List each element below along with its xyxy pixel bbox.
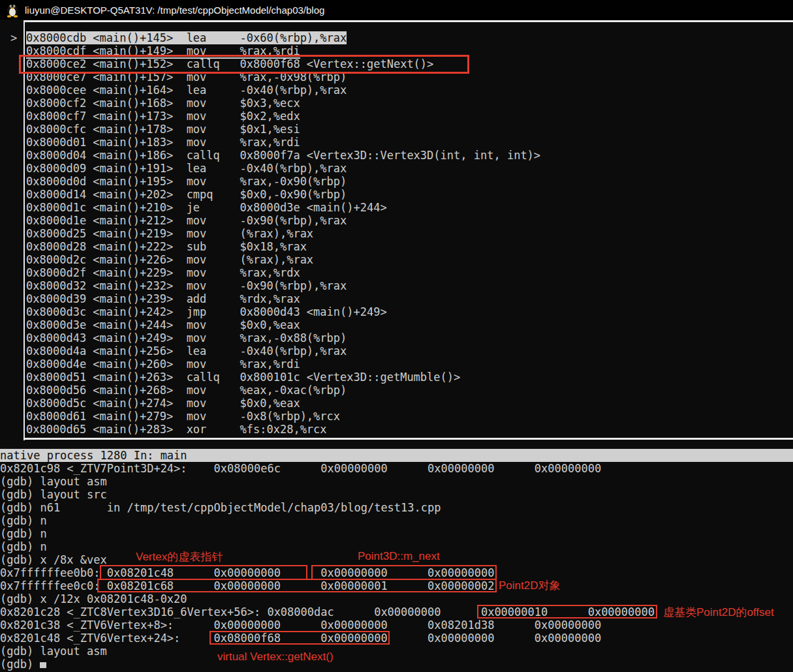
console-line: (gdb) layout src bbox=[0, 488, 694, 501]
asm-line: 0x8000d56 <main()+268> mov %eax,-0xac(%r… bbox=[26, 384, 540, 397]
asm-panel[interactable]: 0x8000cdb <main()+145> lea -0x60(%rbp),%… bbox=[26, 31, 540, 436]
asm-line: 0x8000d51 <main()+263> callq 0x800101c <… bbox=[26, 371, 540, 384]
highlight-box bbox=[19, 55, 469, 74]
highlight-box bbox=[100, 565, 307, 580]
asm-line: 0x8000d1e <main()+212> mov -0x90(%rbp),%… bbox=[26, 214, 540, 227]
asm-line: 0x8000d28 <main()+222> sub $0x18,%rax bbox=[26, 240, 540, 253]
console-line: (gdb) x /8x &vex bbox=[0, 553, 694, 566]
highlight-box bbox=[210, 631, 390, 645]
asm-line: 0x8000d25 <main()+219> mov (%rax),%rax bbox=[26, 227, 540, 240]
asm-line: 0x8000d3c <main()+242> jmp 0x8000d43 <ma… bbox=[26, 305, 540, 318]
annotation-label: Vertex的虚表指针 bbox=[136, 551, 223, 563]
annotation-label: virtual Vertex::getNext() bbox=[217, 650, 334, 663]
asm-line: 0x8000d4e <main()+260> mov %rax,%rdi bbox=[26, 358, 540, 371]
console-line: (gdb) bbox=[0, 658, 694, 671]
console-line: (gdb) layout asm bbox=[0, 475, 694, 488]
asm-line: 0x8000cdb <main()+145> lea -0x60(%rbp),%… bbox=[26, 31, 540, 44]
asm-line: 0x8000cf2 <main()+168> mov $0x3,%ecx bbox=[26, 97, 540, 110]
asm-line: 0x8000d4a <main()+256> lea -0x40(%rbp),%… bbox=[26, 344, 540, 358]
window-title: liuyun@DESKTOP-Q5AT31V: /tmp/test/cppObj… bbox=[25, 5, 324, 16]
asm-line: 0x8000d43 <main()+249> mov %rax,-0x88(%r… bbox=[26, 331, 540, 344]
asm-line: 0x8000d0d <main()+195> mov %rax,-0x90(%r… bbox=[26, 175, 540, 188]
console-line: 0x8201c98 <_ZTV7Point3D+24>: 0x08000e6c … bbox=[0, 462, 694, 475]
asm-line: 0x8000d2f <main()+229> mov %rax,%rdx bbox=[26, 266, 540, 279]
asm-panel-border-left bbox=[23, 20, 25, 440]
highlight-box bbox=[97, 579, 497, 592]
status-bar: native process 1280 In: main bbox=[0, 449, 793, 462]
asm-line: 0x8000d09 <main()+191> lea -0x40(%rbp),%… bbox=[26, 162, 540, 175]
text-cursor[interactable] bbox=[40, 662, 46, 668]
asm-line: 0x8000cfc <main()+178> mov $0x1,%esi bbox=[26, 123, 540, 136]
highlight-box bbox=[311, 565, 497, 580]
tux-linux-icon bbox=[6, 2, 19, 18]
titlebar: liuyun@DESKTOP-Q5AT31V: /tmp/test/cppObj… bbox=[0, 0, 793, 20]
console-line: (gdb) n bbox=[0, 527, 694, 540]
asm-line: 0x8000d5c <main()+274> mov $0x0,%eax bbox=[26, 397, 540, 410]
asm-line: 0x8000d2c <main()+226> mov (%rax),%rax bbox=[26, 253, 540, 266]
asm-line: 0x8000d04 <main()+186> callq 0x8000f7a <… bbox=[26, 149, 540, 162]
annotation-label: Point2D对象 bbox=[499, 579, 560, 592]
annotation-label: 虚基类Point2D的offset bbox=[663, 606, 774, 619]
console-line: (gdb) x /12x 0x08201c48-0x20 bbox=[0, 592, 694, 605]
asm-line: 0x8000d32 <main()+232> mov -0x90(%rbp),%… bbox=[26, 279, 540, 292]
annotation-label: Point3D::m_next bbox=[358, 550, 440, 562]
asm-panel-border-top bbox=[23, 20, 793, 22]
asm-line: 0x8000d39 <main()+239> add %rdx,%rax bbox=[26, 292, 540, 305]
asm-line: 0x8000d01 <main()+183> mov %rax,%rdi bbox=[26, 136, 540, 149]
console-line: (gdb) n61 in /tmp/test/cppObjectModel/ch… bbox=[0, 501, 694, 514]
console-line: 0x8201c38 <_ZTV6Vertex+8>: 0x00000000 0x… bbox=[0, 619, 694, 632]
asm-line: 0x8000d61 <main()+279> mov -0x8(%rbp),%r… bbox=[26, 410, 540, 423]
console-line: (gdb) n bbox=[0, 540, 694, 553]
asm-line: 0x8000d65 <main()+283> xor %fs:0x28,%rcx bbox=[26, 423, 540, 436]
asm-panel-border-bottom bbox=[23, 438, 793, 440]
asm-line: 0x8000d14 <main()+202> cmpq $0x0,-0x90(%… bbox=[26, 188, 540, 201]
asm-line: 0x8000cee <main()+164> lea -0x40(%rbp),%… bbox=[26, 84, 540, 97]
current-line-arrow: > bbox=[10, 31, 17, 44]
asm-line: 0x8000cf7 <main()+173> mov $0x2,%edx bbox=[26, 110, 540, 123]
console-line: (gdb) n bbox=[0, 514, 694, 527]
asm-line: 0x8000d1c <main()+210> je 0x8000d3e <mai… bbox=[26, 201, 540, 214]
terminal-window: liuyun@DESKTOP-Q5AT31V: /tmp/test/cppObj… bbox=[0, 0, 793, 672]
console-line: (gdb) layout asm bbox=[0, 645, 694, 658]
asm-line: 0x8000d3e <main()+244> mov $0x0,%eax bbox=[26, 318, 540, 331]
highlight-box bbox=[477, 605, 657, 619]
